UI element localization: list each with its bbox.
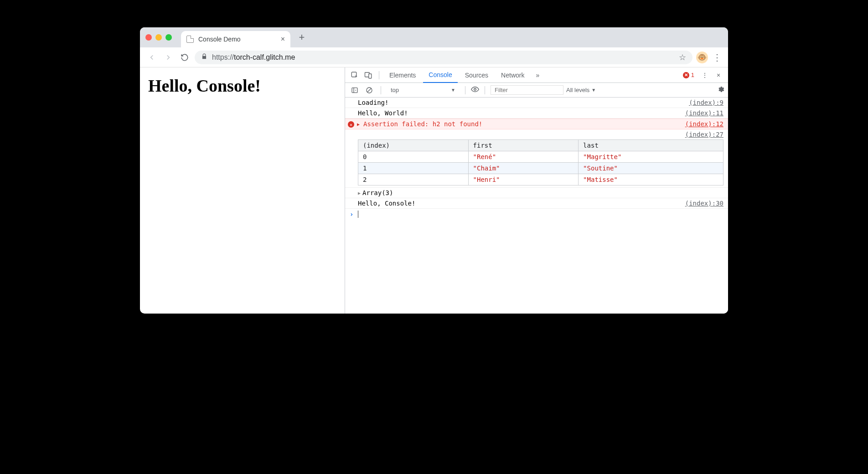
table-header[interactable]: first: [468, 140, 579, 151]
text-cursor: [358, 211, 358, 218]
bookmark-star-icon[interactable]: ☆: [679, 52, 686, 62]
lock-icon: [201, 53, 207, 61]
expand-triangle-icon[interactable]: ▶: [358, 191, 361, 196]
tab-bar: Console Demo × +: [140, 27, 728, 47]
tab-title: Console Demo: [198, 36, 241, 43]
device-toolbar-icon[interactable]: [362, 69, 374, 81]
tab-network[interactable]: Network: [496, 67, 530, 83]
new-tab-button[interactable]: +: [295, 31, 309, 44]
table-row[interactable]: 0 "René" "Magritte": [358, 151, 723, 163]
devtools-tab-bar: Elements Console Sources Network » ✕ 1 ⋮…: [345, 67, 728, 83]
message-text: Hello, World!: [358, 109, 408, 117]
console-filter-input[interactable]: [491, 85, 563, 95]
chevron-down-icon: ▼: [451, 88, 455, 93]
live-expression-icon[interactable]: [471, 85, 479, 95]
source-link[interactable]: (index):9: [689, 99, 723, 106]
traffic-lights: [145, 34, 172, 41]
address-bar: https://torch-calf.glitch.me ☆ 🐵 ⋮: [140, 47, 728, 67]
error-count: 1: [691, 72, 694, 78]
message-text: Loading!: [358, 99, 388, 106]
console-toolbar: top ▼ All levels ▼: [345, 83, 728, 98]
message-text: Hello, Console!: [358, 200, 415, 207]
chevron-down-icon: ▼: [591, 88, 596, 93]
devtools-menu-button[interactable]: ⋮: [699, 69, 711, 81]
url-box[interactable]: https://torch-calf.glitch.me ☆: [195, 51, 692, 64]
table-cell: "Soutine": [579, 163, 723, 174]
tab-close-button[interactable]: ×: [281, 35, 285, 43]
console-prompt[interactable]: ›: [345, 209, 728, 220]
console-message[interactable]: Hello, World! (index):11: [345, 108, 728, 118]
page-view: Hello, Console!: [140, 67, 345, 314]
table-cell: 2: [358, 174, 469, 185]
devtools-close-button[interactable]: ×: [713, 69, 724, 81]
page-heading: Hello, Console!: [148, 76, 336, 96]
source-link[interactable]: (index):27: [685, 131, 723, 138]
table-cell: "Chaim": [468, 163, 579, 174]
url-text: https://torch-calf.glitch.me: [212, 53, 295, 62]
context-selector[interactable]: top ▼: [387, 85, 460, 95]
back-button[interactable]: [145, 51, 158, 64]
svg-rect-2: [369, 74, 372, 78]
table-cell: "Henri": [468, 174, 579, 185]
window-minimize-button[interactable]: [155, 34, 162, 41]
console-table-source-row: (index):27: [345, 129, 728, 139]
forward-button[interactable]: [162, 51, 175, 64]
content-area: Hello, Console! Elements Console Sources…: [140, 67, 728, 314]
tab-elements[interactable]: Elements: [384, 67, 421, 83]
browser-window: Console Demo × + https://torch-calf.glit…: [140, 27, 728, 314]
browser-menu-button[interactable]: ⋮: [712, 52, 723, 63]
table-cell: 1: [358, 163, 469, 174]
window-close-button[interactable]: [145, 34, 152, 41]
table-header[interactable]: last: [579, 140, 723, 151]
error-count-badge[interactable]: ✕ 1: [683, 72, 694, 78]
table-header[interactable]: (index): [358, 140, 469, 151]
console-error-message[interactable]: ✕ ▶ Assertion failed: h2 not found! (ind…: [345, 118, 728, 129]
table-cell: "Magritte": [579, 151, 723, 163]
error-icon: ✕: [683, 72, 689, 78]
console-table: (index) first last 0 "René" "Magritte": [358, 139, 723, 185]
console-message[interactable]: Loading! (index):9: [345, 98, 728, 108]
console-sidebar-toggle-icon[interactable]: [349, 84, 361, 96]
array-summary-text: Array(3): [362, 189, 393, 196]
reload-button[interactable]: [178, 51, 191, 64]
console-output: Loading! (index):9 Hello, World! (index)…: [345, 98, 728, 314]
svg-rect-3: [352, 88, 357, 93]
levels-label: All levels: [566, 87, 589, 93]
prompt-caret-icon: ›: [350, 211, 353, 218]
console-table-block: (index) first last 0 "René" "Magritte": [345, 139, 728, 188]
profile-avatar[interactable]: 🐵: [696, 52, 708, 63]
array-summary-row[interactable]: ▶ Array(3): [345, 188, 728, 198]
source-link[interactable]: (index):12: [685, 120, 723, 128]
table-row[interactable]: 2 "Henri" "Matisse": [358, 174, 723, 185]
table-row[interactable]: 1 "Chaim" "Soutine": [358, 163, 723, 174]
file-icon: [186, 36, 194, 43]
console-message[interactable]: Hello, Console! (index):30: [345, 198, 728, 209]
table-cell: 0: [358, 151, 469, 163]
more-tabs-icon[interactable]: »: [532, 69, 543, 81]
table-cell: "Matisse": [579, 174, 723, 185]
source-link[interactable]: (index):11: [685, 109, 723, 117]
expand-triangle-icon[interactable]: ▶: [357, 122, 360, 127]
context-value: top: [391, 87, 399, 93]
console-settings-icon[interactable]: [717, 86, 724, 95]
svg-point-5: [474, 88, 476, 90]
source-link[interactable]: (index):30: [685, 200, 723, 207]
table-cell: "René": [468, 151, 579, 163]
inspect-element-icon[interactable]: [349, 69, 361, 81]
log-levels-selector[interactable]: All levels ▼: [566, 87, 596, 93]
clear-console-icon[interactable]: [363, 84, 375, 96]
devtools-panel: Elements Console Sources Network » ✕ 1 ⋮…: [345, 67, 728, 314]
window-maximize-button[interactable]: [165, 34, 172, 41]
tab-console[interactable]: Console: [423, 67, 457, 83]
tab-sources[interactable]: Sources: [460, 67, 494, 83]
message-text: Assertion failed: h2 not found!: [363, 120, 482, 128]
error-icon: ✕: [348, 121, 354, 128]
browser-tab[interactable]: Console Demo ×: [181, 31, 290, 47]
